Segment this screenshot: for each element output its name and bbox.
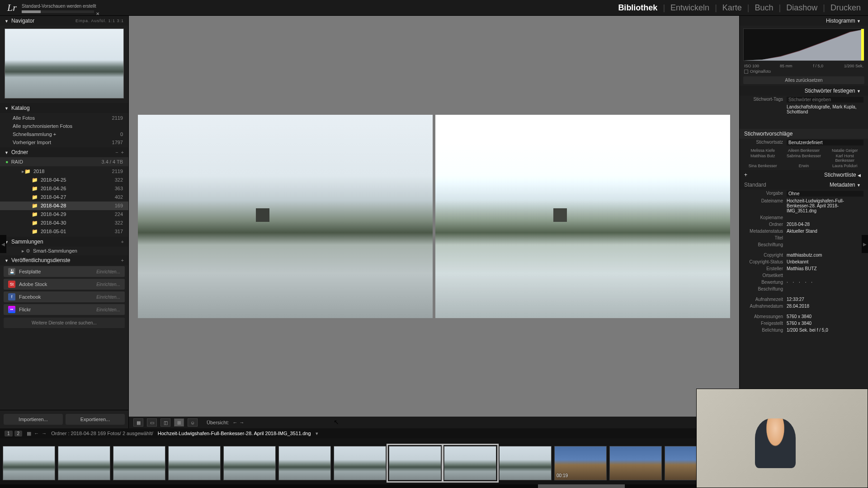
keyword-tags-value[interactable]: Landschaftsfotografie, Mark Kupla, Schot…: [787, 104, 863, 114]
survey-photo[interactable]: [435, 115, 730, 318]
survey-photo[interactable]: [138, 115, 433, 318]
publish-service[interactable]: StAdobe StockEinrichten...: [4, 279, 125, 290]
compare-view-icon[interactable]: ◫: [160, 418, 170, 427]
module-map[interactable]: Karte: [722, 3, 742, 13]
keyword-suggestion[interactable]: Natalie Geiger: [826, 148, 863, 153]
plus-icon[interactable]: +: [121, 239, 124, 244]
import-button[interactable]: Importieren...: [4, 414, 63, 425]
survey-canvas[interactable]: [129, 16, 739, 417]
folder-date[interactable]: 📁2018-04-30322: [0, 219, 128, 227]
navigator-preview[interactable]: [5, 28, 124, 99]
navigator-header[interactable]: ▼Navigator Einpa. Ausfül. 1:1 3:1: [0, 16, 128, 26]
panel-collapse-right-icon[interactable]: ▶: [862, 235, 868, 253]
keyword-suggestion[interactable]: Sina Benkesser: [744, 164, 782, 168]
breadcrumb-file[interactable]: Hochzeit-Ludwigshafen-Full-Benkesser-28.…: [158, 431, 311, 436]
catalog-item[interactable]: Schnellsammlung +0: [0, 130, 128, 138]
folder-year[interactable]: ▸📁20182119: [0, 167, 128, 176]
publish-service[interactable]: 💾FestplatteEinrichten...: [4, 266, 125, 277]
module-library[interactable]: Bibliothek: [618, 3, 657, 13]
module-develop[interactable]: Entwickeln: [670, 3, 709, 13]
meta-title[interactable]: [787, 235, 863, 240]
filmstrip-thumb[interactable]: [58, 446, 110, 480]
smart-collections[interactable]: ▸ ⚙Smart-Sammlungen: [0, 247, 128, 255]
loupe-view-icon[interactable]: ▭: [147, 418, 157, 427]
folder-date[interactable]: 📁2018-04-25322: [0, 176, 128, 184]
histogram-header[interactable]: Histogramm ▼: [740, 16, 868, 26]
meta-creator[interactable]: Matthias BUTZ: [787, 266, 863, 271]
next-arrow-icon[interactable]: →: [240, 420, 245, 425]
filmstrip-thumb[interactable]: [609, 446, 662, 480]
meta-copyright[interactable]: matthiasbutz.com: [787, 253, 863, 258]
filmstrip-thumb[interactable]: [278, 446, 331, 480]
filmstrip-thumb-video[interactable]: 00:19: [554, 446, 607, 480]
keyword-set-select[interactable]: Benutzerdefiniert: [787, 140, 863, 145]
module-slideshow[interactable]: Diashow: [786, 3, 817, 13]
panel-collapse-left-icon[interactable]: ◀: [0, 235, 6, 253]
keyword-suggestion[interactable]: Aileen Benkesser: [785, 148, 823, 153]
meta-copyname[interactable]: [787, 215, 863, 220]
people-view-icon[interactable]: ☺: [188, 418, 198, 427]
prev-arrow-icon[interactable]: ←: [233, 420, 238, 425]
collections-header[interactable]: ▼Sammlungen+: [0, 237, 128, 247]
publish-service[interactable]: fFacebookEinrichten...: [4, 291, 125, 302]
catalog-header[interactable]: ▼Katalog: [0, 103, 128, 113]
filmstrip-thumb-selected[interactable]: [444, 446, 496, 480]
keyword-suggestion[interactable]: Sabrina Benkesser: [785, 154, 823, 163]
filmstrip-thumb[interactable]: [3, 446, 55, 480]
keyword-suggestion[interactable]: Matthias Butz: [744, 154, 782, 163]
grid-icon[interactable]: ▦: [27, 431, 31, 436]
reset-all-button[interactable]: Alles zurücksetzen: [743, 76, 864, 84]
keywordlist-header[interactable]: +Stichwortliste ◀: [740, 170, 868, 180]
keyword-suggestions-header[interactable]: Stichwortvorschläge: [740, 129, 868, 139]
catalog-item[interactable]: Alle synchronisierten Fotos: [0, 122, 128, 130]
filmstrip-thumb[interactable]: [168, 446, 221, 480]
plus-icon[interactable]: +: [121, 258, 124, 263]
minus-icon[interactable]: −: [115, 150, 118, 155]
module-book[interactable]: Buch: [755, 3, 774, 13]
folder-date[interactable]: 📁2018-04-26363: [0, 184, 128, 193]
breadcrumb-path[interactable]: Ordner : 2018-04-28 169 Fotos/ 2 ausgewä…: [51, 431, 153, 436]
keyword-suggestion[interactable]: Melissa Kiefe: [744, 148, 782, 153]
filmstrip-thumb[interactable]: [334, 446, 386, 480]
plus-icon[interactable]: +: [744, 172, 747, 178]
filmstrip-thumb[interactable]: [223, 446, 276, 480]
meta-rating[interactable]: · · · · ·: [787, 280, 863, 285]
volume-row[interactable]: ●RAID3.4 / 4 TB: [0, 157, 128, 166]
plus-icon[interactable]: +: [121, 150, 124, 155]
catalog-item[interactable]: Vorheriger Import1797: [0, 138, 128, 146]
more-services[interactable]: Weitere Dienste online suchen...: [4, 318, 125, 328]
keyword-tags-input[interactable]: Stichwörter eingeben: [787, 97, 863, 103]
filmstrip-thumb[interactable]: [113, 446, 165, 480]
publish-service[interactable]: ••FlickrEinrichten...: [4, 304, 125, 315]
monitor-chip[interactable]: 2: [14, 431, 23, 436]
survey-view-icon[interactable]: ⊞: [174, 418, 184, 427]
meta-caption[interactable]: [787, 242, 863, 247]
export-button[interactable]: Exportieren...: [66, 414, 125, 425]
navigator-zoom-opts[interactable]: Einpa. Ausfül. 1:1 3:1: [75, 19, 124, 23]
keyword-suggestion[interactable]: Karl Horst Benkesser: [826, 154, 863, 163]
folder-date[interactable]: 📁2018-04-27402: [0, 193, 128, 202]
meta-copyright-status[interactable]: Unbekannt: [787, 259, 863, 264]
meta-preset[interactable]: Ohne: [787, 191, 863, 197]
module-print[interactable]: Drucken: [830, 3, 861, 13]
publish-header[interactable]: ▼Veröffentlichungsdienste+: [0, 255, 128, 265]
fwd-icon[interactable]: →: [42, 431, 47, 436]
folder-date[interactable]: 📁2018-05-01317: [0, 227, 128, 236]
catalog-item[interactable]: Alle Fotos2119: [0, 114, 128, 122]
meta-label[interactable]: [787, 286, 863, 291]
grid-view-icon[interactable]: ▦: [133, 418, 143, 427]
original-photo-checkbox[interactable]: Originalfoto: [740, 68, 868, 75]
close-icon[interactable]: ✕: [96, 11, 99, 16]
folder-date-selected[interactable]: 📁2018-04-28169: [0, 202, 128, 210]
filmstrip-thumb[interactable]: [499, 446, 552, 480]
keywords-header[interactable]: Stichwörter festlegen ▼: [740, 86, 868, 96]
filmstrip-thumb-selected[interactable]: [389, 446, 441, 480]
monitor-chip[interactable]: 1: [5, 431, 13, 436]
folder-date[interactable]: 📁2018-04-29224: [0, 210, 128, 219]
keyword-suggestion[interactable]: Laura Polidori: [826, 164, 863, 168]
keyword-suggestion[interactable]: Erwin: [785, 164, 823, 168]
metadata-header[interactable]: StandardMetadaten ▼: [740, 180, 868, 190]
back-icon[interactable]: ←: [34, 431, 39, 436]
histogram[interactable]: [743, 28, 864, 61]
meta-location-label[interactable]: [787, 273, 863, 278]
